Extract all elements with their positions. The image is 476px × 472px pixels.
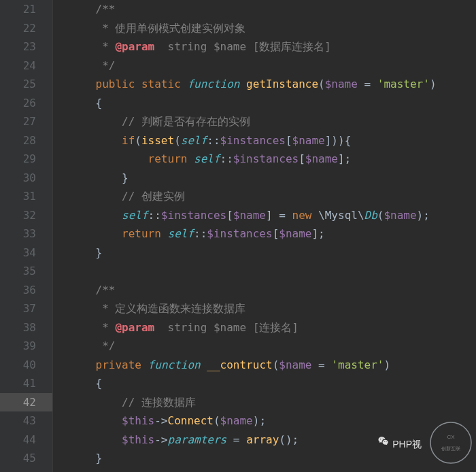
line-number: 23: [0, 37, 36, 56]
wechat-watermark: PHP视: [377, 435, 422, 454]
token-plain: [161, 227, 168, 240]
code-line[interactable]: {: [69, 94, 476, 113]
token-brace: {: [96, 97, 103, 109]
token-var: $instances: [233, 152, 299, 165]
token-op: =: [364, 78, 371, 90]
token-op: ;: [259, 414, 266, 427]
token-comment: * 使用单例模式创建实例对象: [96, 22, 246, 35]
token-plain: [69, 227, 122, 240]
token-fname: isset: [141, 134, 174, 147]
code-line[interactable]: $this->Connect($name);: [69, 411, 476, 431]
token-op: ]: [338, 152, 345, 165]
line-number: 39: [0, 337, 36, 356]
token-op: ;: [292, 433, 299, 446]
token-paren: (: [273, 358, 279, 371]
token-comment: */: [96, 59, 116, 72]
code-line[interactable]: // 连接数据库: [69, 393, 476, 412]
token-plain: [239, 78, 246, 90]
token-plain: [69, 59, 96, 72]
token-plain: [181, 78, 188, 90]
token-op: ::: [220, 152, 233, 165]
code-line[interactable]: * 使用单例模式创建实例对象: [69, 19, 476, 38]
token-comment: *: [96, 40, 116, 53]
code-line[interactable]: return self::$instances[$name];: [69, 150, 476, 169]
code-line[interactable]: */: [69, 337, 476, 356]
line-number: 40: [0, 356, 36, 375]
token-self: self: [168, 227, 194, 240]
code-line[interactable]: public static function getInstance($name…: [69, 75, 476, 94]
token-plain: [69, 302, 96, 315]
token-plain: [371, 78, 377, 90]
token-op: [: [286, 134, 292, 147]
code-line[interactable]: private function __contruct($name = 'mas…: [69, 356, 476, 375]
token-plain: [69, 414, 122, 427]
line-number: 41: [0, 374, 36, 393]
line-number: 33: [0, 224, 36, 243]
token-plain: \Mysql\: [311, 209, 364, 222]
code-line[interactable]: {: [69, 374, 476, 393]
line-number: 22: [0, 19, 36, 38]
svg-point-0: [430, 422, 471, 463]
code-line[interactable]: self::$instances[$name] = new \Mysql\Db(…: [69, 206, 476, 225]
line-number: 26: [0, 94, 36, 113]
token-fname: Connect: [168, 414, 214, 427]
line-number: 37: [0, 299, 36, 318]
code-line[interactable]: /**: [69, 281, 476, 300]
token-plain: [187, 152, 194, 165]
token-op: ;: [318, 227, 325, 240]
token-plain: [69, 377, 96, 390]
token-plain: [69, 134, 122, 147]
line-number: 31: [0, 187, 36, 206]
token-paren: ): [338, 134, 345, 147]
token-plain: [226, 433, 233, 446]
token-paren: ): [331, 134, 338, 147]
line-number: 42: [0, 393, 52, 412]
code-line[interactable]: return self::$instances[$name];: [69, 224, 476, 243]
token-comment: string $name [连接名]: [154, 321, 299, 334]
token-plain: [69, 22, 96, 35]
svg-text:创新互联: 创新互联: [441, 446, 460, 451]
token-plain: [69, 171, 122, 184]
code-line[interactable]: if(isset(self::$instances[$name])){: [69, 131, 476, 150]
token-self: self: [122, 209, 148, 222]
code-line[interactable]: /**: [69, 0, 476, 19]
code-line[interactable]: */: [69, 56, 476, 75]
token-plain: [239, 433, 246, 446]
token-comment: // 判断是否有存在的实例: [122, 115, 250, 128]
token-op: ;: [423, 209, 430, 222]
token-plain: [135, 78, 141, 90]
code-line[interactable]: [69, 262, 476, 281]
token-self: self: [181, 134, 207, 147]
line-number: 36: [0, 281, 36, 300]
token-comment: *: [96, 321, 116, 334]
token-plain: [69, 115, 122, 128]
line-number: 25: [0, 75, 36, 94]
code-line[interactable]: * @param string $name [连接名]: [69, 318, 476, 337]
token-paren: (: [214, 414, 220, 427]
line-number: 24: [0, 56, 36, 75]
code-line[interactable]: }: [69, 243, 476, 263]
token-ann: @param: [115, 321, 154, 334]
token-brace: }: [122, 171, 129, 184]
token-comment: * 定义构造函数来连接数据库: [96, 302, 246, 315]
token-op: ]: [311, 227, 318, 240]
line-number: 28: [0, 131, 36, 150]
token-plain: [69, 97, 96, 109]
token-str: 'master': [377, 78, 430, 90]
token-op: ->: [154, 433, 167, 446]
code-line[interactable]: // 判断是否有存在的实例: [69, 112, 476, 131]
line-number: 21: [0, 0, 36, 19]
token-var: $name: [305, 152, 338, 165]
svg-text:CX: CX: [447, 434, 455, 440]
code-line[interactable]: * 定义构造函数来连接数据库: [69, 299, 476, 318]
token-op: ]: [325, 134, 332, 147]
token-plain: [69, 209, 122, 222]
code-area[interactable]: /** * 使用单例模式创建实例对象 * @param string $name…: [53, 0, 476, 472]
token-plain: [311, 358, 318, 371]
token-plain: [358, 78, 364, 90]
code-line[interactable]: }: [69, 169, 476, 188]
code-line[interactable]: * @param string $name [数据库连接名]: [69, 37, 476, 56]
code-line[interactable]: // 创建实例: [69, 187, 476, 206]
token-op: [: [226, 209, 233, 222]
wechat-icon: [377, 435, 390, 454]
